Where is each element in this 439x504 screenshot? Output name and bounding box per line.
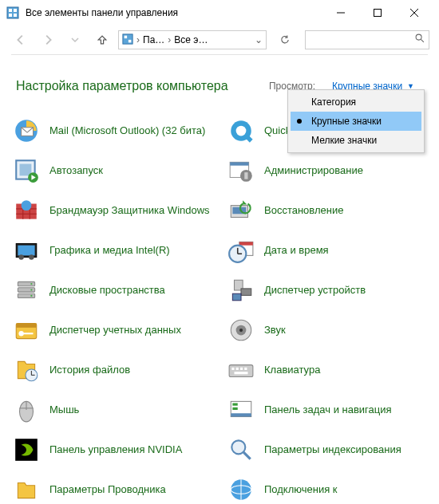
maximize-button[interactable]	[359, 0, 396, 26]
svg-rect-38	[239, 242, 253, 245]
menu-item-label: Мелкие значки	[311, 135, 377, 146]
svg-rect-10	[125, 35, 128, 38]
svg-rect-49	[241, 289, 251, 296]
minimize-button[interactable]	[322, 0, 359, 26]
cpl-item-keyboard[interactable]: Клавиатура	[220, 350, 434, 390]
nvidia-icon	[13, 436, 40, 463]
forward-button[interactable]	[37, 29, 59, 51]
up-button[interactable]	[91, 29, 113, 51]
chevron-right-icon: ›	[136, 34, 140, 45]
item-label: Звук	[264, 324, 286, 337]
cpl-item-connections[interactable]: Подключения к	[220, 470, 434, 504]
svg-point-45	[30, 283, 32, 285]
admin-tools-icon	[227, 157, 255, 184]
svg-line-13	[421, 39, 424, 42]
svg-point-46	[30, 289, 32, 290]
menu-item-category[interactable]: Категория	[291, 93, 421, 112]
cpl-item-sound[interactable]: Звук	[220, 310, 434, 350]
cpl-item-indexing[interactable]: Параметры индексирования	[220, 430, 434, 470]
connections-icon	[227, 476, 255, 503]
svg-rect-3	[9, 14, 12, 17]
svg-rect-11	[129, 39, 132, 42]
svg-rect-71	[232, 404, 237, 406]
menu-item-large-icons[interactable]: Крупные значки	[291, 112, 421, 131]
close-button[interactable]	[396, 0, 433, 26]
item-label: Параметры индексирования	[264, 443, 401, 457]
cpl-item-taskbar[interactable]: Панель задач и навигация	[220, 390, 434, 430]
cpl-item-datetime[interactable]: Дата и время	[220, 230, 434, 270]
item-label: Графика и медиа Intel(R)	[49, 244, 170, 258]
svg-rect-22	[230, 162, 248, 165]
recent-dropdown[interactable]	[64, 29, 86, 51]
svg-rect-61	[231, 368, 234, 370]
chevron-down-icon[interactable]: ⌄	[255, 34, 263, 45]
cpl-item-credential-manager[interactable]: Диспетчер учетных данных	[5, 310, 220, 350]
item-label: Мышь	[49, 404, 79, 417]
disks-icon	[13, 277, 40, 304]
breadcrumb-bar[interactable]: › Па… › Все э… ⌄	[118, 30, 267, 49]
indexing-icon	[227, 436, 255, 463]
divider	[11, 54, 428, 55]
titlebar: Все элементы панели управления	[0, 0, 439, 26]
item-label: История файлов	[49, 364, 130, 377]
svg-point-35	[18, 254, 23, 259]
recovery-icon	[227, 197, 255, 224]
svg-line-75	[243, 452, 251, 459]
refresh-button[interactable]	[275, 30, 295, 49]
svg-rect-70	[231, 413, 251, 416]
page-title: Настройка параметров компьютера	[16, 79, 261, 93]
svg-rect-4	[14, 14, 17, 17]
item-label: Панель задач и навигация	[264, 404, 392, 417]
taskbar-icon	[227, 396, 255, 423]
cpl-item-file-history[interactable]: История файлов	[5, 350, 220, 390]
cpl-item-storage-spaces[interactable]: Дисковые пространства	[5, 270, 220, 310]
item-label: Клавиатура	[264, 364, 320, 377]
breadcrumb-item[interactable]: Все э…	[174, 34, 208, 45]
radio-dot-icon	[297, 119, 302, 124]
breadcrumb-item[interactable]: Па…	[143, 34, 164, 45]
item-label: Брандмауэр Защитника Windows	[49, 204, 210, 218]
svg-rect-64	[244, 368, 247, 370]
cpl-item-explorer-options[interactable]: Параметры Проводника	[5, 470, 220, 504]
cpl-item-autorun[interactable]: Автозапуск	[5, 151, 220, 191]
keyboard-icon	[227, 356, 255, 384]
svg-rect-6	[374, 10, 382, 17]
cpl-item-mouse[interactable]: Мышь	[5, 390, 220, 430]
quicktime-icon	[227, 117, 255, 144]
mouse-icon	[13, 396, 40, 423]
svg-rect-63	[240, 368, 243, 370]
control-panel-icon	[6, 6, 19, 19]
item-label: Диспетчер устройств	[264, 284, 366, 297]
cpl-item-intel-graphics[interactable]: Графика и медиа Intel(R)	[5, 230, 220, 270]
svg-point-74	[231, 440, 245, 454]
svg-point-12	[416, 34, 421, 40]
item-label: Администрирование	[264, 164, 363, 178]
item-label: Восстановление	[264, 204, 343, 218]
menu-item-small-icons[interactable]: Мелкие значки	[291, 131, 421, 150]
clock-icon	[227, 237, 255, 264]
svg-rect-60	[229, 365, 253, 377]
menu-item-label: Категория	[311, 96, 356, 108]
item-label: Диспетчер учетных данных	[49, 324, 181, 337]
cpl-item-nvidia[interactable]: Панель управления NVIDIA	[5, 430, 220, 470]
search-input[interactable]	[305, 30, 429, 49]
svg-point-47	[30, 295, 32, 297]
svg-rect-72	[232, 408, 237, 410]
item-label: Панель управления NVIDIA	[49, 443, 182, 457]
intel-icon	[13, 237, 40, 264]
cpl-item-mail[interactable]: Mail (Microsoft Outlook) (32 бита)	[5, 111, 220, 151]
address-bar: › Па… › Все э… ⌄	[0, 26, 439, 54]
menu-item-label: Крупные значки	[311, 116, 382, 127]
item-label: Дисковые пространства	[49, 284, 165, 297]
svg-point-17	[236, 126, 247, 136]
cpl-item-device-manager[interactable]: Диспетчер устройств	[220, 270, 434, 310]
svg-rect-1	[9, 9, 12, 12]
device-manager-icon	[227, 277, 255, 304]
file-history-icon	[13, 356, 40, 384]
cpl-item-recovery[interactable]: Восстановление	[220, 191, 434, 230]
back-button[interactable]	[10, 29, 32, 51]
svg-point-56	[239, 329, 243, 332]
item-label: Mail (Microsoft Outlook) (32 бита)	[49, 124, 205, 138]
cpl-item-firewall[interactable]: Брандмауэр Защитника Windows	[5, 191, 220, 230]
cpl-item-admin-tools[interactable]: Администрирование	[220, 151, 434, 191]
